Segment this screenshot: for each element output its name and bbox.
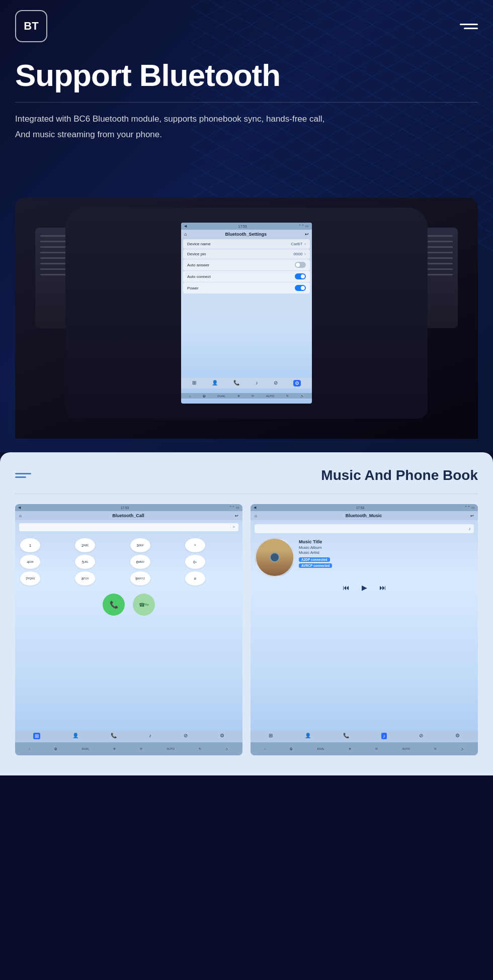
dial-star[interactable]: * xyxy=(185,538,205,552)
call-bottom-status-bar: ⌂⏻DUAL❄⟳AUTO↻🔊 xyxy=(15,742,242,755)
call-back-arrow[interactable]: ◀ xyxy=(18,506,21,510)
bt-bottom-status-bar: ⌂⏻DUAL❄⟳AUTO↻🔊 xyxy=(181,393,312,399)
dial-0[interactable]: 0+ xyxy=(185,555,205,569)
menu-icon[interactable] xyxy=(460,24,478,29)
music-back-arrow[interactable]: ◀ xyxy=(254,506,256,510)
bt-device-pin-row[interactable]: Device pin 0000 › xyxy=(183,249,310,259)
auto-answer-toggle[interactable] xyxy=(295,262,306,268)
dial-hash[interactable]: # xyxy=(185,571,205,585)
bt-logo: BT xyxy=(15,10,47,42)
bt-status-bar: ◀ 17:53 ⌃⌃ ▭ xyxy=(181,223,312,230)
call-time: 17:53 xyxy=(121,506,129,510)
bt-power-label: Power xyxy=(187,286,199,290)
call-nav: ⌂ Bluetooth_Call ↩ xyxy=(15,511,242,520)
hero-top-bar: BT xyxy=(0,0,493,52)
bt-screen-title: Bluetooth_Settings xyxy=(225,232,267,237)
music-time: 17:53 xyxy=(356,506,364,510)
music-screen: ◀ 17:53 ⌃⌃ ▭ ⌂ Bluetooth_Music ↩ ♪ xyxy=(251,504,478,755)
music-info-row: Music Title Music Album Music Artist A2D… xyxy=(255,537,474,577)
hero-section: BT Support Bluetooth Integrated with BC6… xyxy=(0,0,493,452)
chevron-right-icon-2: › xyxy=(304,252,306,256)
bt-home-icon[interactable]: ⌂ xyxy=(184,232,187,237)
call-person-icon[interactable]: 👤 xyxy=(72,733,78,739)
dial-7[interactable]: 7PQRS xyxy=(20,571,40,585)
clear-icon[interactable]: ✕ xyxy=(232,525,235,529)
dialpad: 1 2ABC 3DEF * 4GHI 5JKL 6MNO 0+ 7PQRS 8T… xyxy=(15,534,242,590)
next-track-button[interactable]: ⏭ xyxy=(379,583,386,592)
grid-icon[interactable]: ⊞ xyxy=(192,380,196,386)
dial-1[interactable]: 1 xyxy=(20,538,40,552)
music-settings-icon[interactable]: ⚙ xyxy=(455,733,460,739)
bt-device-name-value: CarBT xyxy=(291,242,302,246)
bt-device-pin-label: Device pin xyxy=(187,252,206,256)
dial-4[interactable]: 4GHI xyxy=(20,555,40,569)
call-screen-title: Bluetooth_Call xyxy=(112,513,144,518)
bottom-section-title: Music And Phone Book xyxy=(321,467,478,483)
music-search-box[interactable]: ♪ xyxy=(255,524,474,533)
dial-6[interactable]: 6MNO xyxy=(130,555,150,569)
dial-5[interactable]: 5JKL xyxy=(75,555,95,569)
music-grid-icon[interactable]: ⊞ xyxy=(269,733,273,739)
bottom-divider xyxy=(15,494,478,494)
call-link-icon[interactable]: ⊘ xyxy=(184,733,188,739)
call-music-icon[interactable]: ♪ xyxy=(149,733,151,739)
music-content: ♪ Music Title Music Album Music Artist A… xyxy=(251,520,478,596)
bt-bottom-icon-bar: ⊞ 👤 📞 ♪ ⊘ ⚙ xyxy=(181,378,312,388)
bt-device-name-row[interactable]: Device name CarBT › xyxy=(183,239,310,249)
chevron-right-icon: › xyxy=(304,242,306,246)
dial-8[interactable]: 8TUV xyxy=(75,571,95,585)
bt-nav-bar: ⌂ Bluetooth_Settings ↩ xyxy=(181,230,312,239)
call-back-icon[interactable]: ↩ xyxy=(235,514,238,518)
dial-3[interactable]: 3DEF xyxy=(130,538,150,552)
music-icon[interactable]: ♪ xyxy=(256,380,258,386)
music-status-icons: ⌃⌃ ▭ xyxy=(464,506,475,510)
music-text: Music Title Music Album Music Artist A2D… xyxy=(299,537,334,568)
bt-auto-connect-row[interactable]: Auto connect xyxy=(183,271,310,282)
prev-track-button[interactable]: ⏮ xyxy=(343,583,350,592)
auto-connect-toggle[interactable] xyxy=(295,273,306,279)
dial-2[interactable]: 2ABC xyxy=(75,538,95,552)
call-phone-icon[interactable]: 📞 xyxy=(111,733,117,739)
person-icon[interactable]: 👤 xyxy=(212,380,218,386)
music-note-icon-active[interactable]: ♪ xyxy=(381,733,387,739)
phone-icon[interactable]: 📞 xyxy=(233,380,239,386)
bt-auto-answer-row[interactable]: Auto answer xyxy=(183,259,310,270)
call-home-icon[interactable]: ⌂ xyxy=(19,514,22,518)
bt-status-icons: ⌃⌃ ▭ xyxy=(298,224,309,228)
music-album: Music Album xyxy=(299,545,334,550)
recall-button[interactable]: ☎ Re xyxy=(133,594,155,616)
artist-photo xyxy=(256,539,293,576)
car-area: ◀ 17:53 ⌃⌃ ▭ ⌂ Bluetooth_Settings ↩ Devi… xyxy=(0,157,493,439)
play-pause-button[interactable]: ▶ xyxy=(362,583,367,592)
dashboard: ◀ 17:53 ⌃⌃ ▭ ⌂ Bluetooth_Settings ↩ Devi… xyxy=(65,208,428,419)
music-home-icon[interactable]: ⌂ xyxy=(255,514,257,518)
call-button[interactable]: 📞 xyxy=(103,594,125,616)
link-icon[interactable]: ⊘ xyxy=(274,380,278,386)
bt-back-icon[interactable]: ↩ xyxy=(305,232,309,237)
music-back-icon[interactable]: ↩ xyxy=(470,514,474,518)
music-phone-icon[interactable]: 📞 xyxy=(343,733,349,739)
bt-time: 17:53 xyxy=(238,225,247,228)
bottom-menu-icon[interactable] xyxy=(15,473,31,478)
bt-power-row[interactable]: Power xyxy=(183,282,310,293)
hero-title: Support Bluetooth xyxy=(0,52,493,93)
music-link-icon[interactable]: ⊘ xyxy=(419,733,423,739)
music-nav: ⌂ Bluetooth_Music ↩ xyxy=(251,511,478,520)
bt-device-pin-value: 0000 xyxy=(294,252,303,256)
call-status-bar: ◀ 17:53 ⌃⌃ ▭ xyxy=(15,504,242,511)
dial-9[interactable]: 9WXYZ xyxy=(130,571,150,585)
call-settings-icon[interactable]: ⚙ xyxy=(220,733,224,739)
music-bottom-bar: ⊞ 👤 📞 ♪ ⊘ ⚙ xyxy=(251,731,478,741)
bt-settings-screen: ◀ 17:53 ⌃⌃ ▭ ⌂ Bluetooth_Settings ↩ Devi… xyxy=(181,223,312,404)
call-status-icons: ⌃⌃ ▭ xyxy=(229,506,239,510)
bt-auto-connect-label: Auto connect xyxy=(187,274,211,279)
bt-back-arrow[interactable]: ◀ xyxy=(184,224,187,228)
settings-icon-active[interactable]: ⚙ xyxy=(293,380,301,386)
call-search-box[interactable]: ✕ xyxy=(19,523,238,531)
music-track-title: Music Title xyxy=(299,539,334,544)
album-inner xyxy=(270,552,280,562)
power-toggle[interactable] xyxy=(295,285,306,291)
music-person-icon[interactable]: 👤 xyxy=(305,733,311,739)
screens-row: ◀ 17:53 ⌃⌃ ▭ ⌂ Bluetooth_Call ↩ ✕ 1 2ABC… xyxy=(15,504,478,755)
call-grid-icon-active[interactable]: ⊞ xyxy=(33,733,40,739)
